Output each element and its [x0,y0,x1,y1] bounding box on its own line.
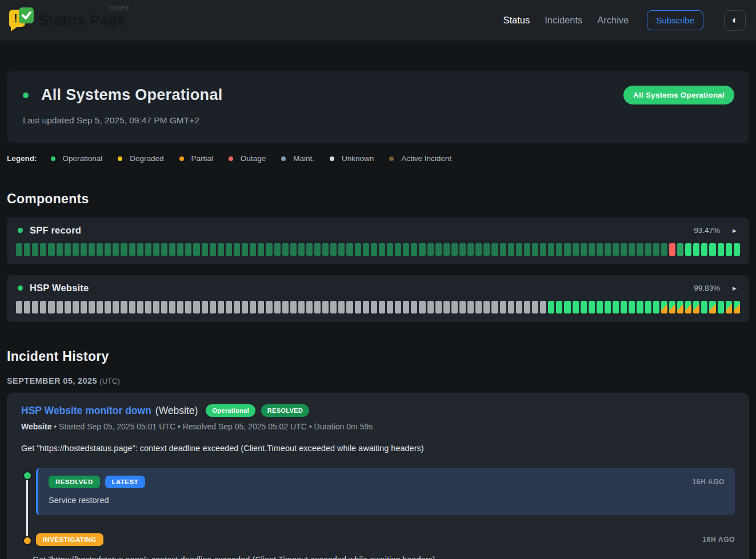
update-timestamp: 16H AGO [703,536,735,544]
uptime-bar [556,243,562,256]
expand-arrow-icon[interactable]: ▶ [733,285,737,291]
uptime-bar [637,301,643,313]
overall-status-title: All Systems Operational [41,86,223,104]
uptime-bar [605,301,611,313]
outage-dot [229,156,233,161]
update-timestamp: 16H AGO [693,478,725,486]
uptime-bar [346,243,353,256]
uptime-bar [266,243,272,256]
uptime-bar [467,301,474,313]
uptime-bar [613,301,619,313]
legend-item-partial: Partial [179,154,213,163]
uptime-bar [500,301,506,313]
brand-name: Status Page hosted [38,11,126,29]
incident-title-link[interactable]: HSP Website monitor down [21,405,151,417]
expand-arrow-icon[interactable]: ▶ [733,228,737,234]
uptime-bar [524,243,530,256]
component-row-spf-record[interactable]: SPF record 93.47% ▶ [16,225,740,236]
partial-dot [179,156,184,161]
uptime-bar [105,243,111,256]
uptime-bar [645,301,651,313]
legend-label: Legend: [7,154,37,163]
contrast-icon: ◐ [732,14,738,26]
uptime-bar [113,243,119,256]
uptime-bar [605,243,611,256]
uptime-bar [403,301,409,313]
uptime-bar [274,301,281,313]
uptime-bar [645,243,651,256]
uptime-bar [161,301,167,313]
uptime-bar [105,301,111,313]
uptime-bar [185,243,191,256]
incident-date-heading: SEPTEMBER 05, 2025 (UTC) [7,376,749,385]
uptime-bar [161,243,167,256]
timeline-update-investigating: INVESTIGATING 16H AGO Get "https://hoste… [23,533,735,559]
uptime-bar [403,243,409,256]
legend-item-maint: Maint. [281,154,314,163]
uptime-bar [411,243,417,256]
uptime-bar [395,243,401,256]
component-name: HSP Website [30,283,694,293]
uptime-bar [40,301,46,313]
nav-link-status[interactable]: Status [503,15,530,26]
uptime-bar [443,301,450,313]
uptime-bar [411,301,417,313]
uptime-bar [589,301,595,313]
uptime-bar [338,243,345,256]
uptime-bar [137,301,143,313]
uptime-bar [483,301,490,313]
uptime-bar [210,243,216,256]
uptime-bar [363,243,369,256]
uptime-bar [548,243,554,256]
component-card-hsp-website: HSP Website 99.83% ▶ [7,275,749,322]
maint-dot [281,156,286,161]
uptime-bar [621,243,627,256]
uptime-bar [661,301,667,313]
uptime-bar [637,243,643,256]
subscribe-button[interactable]: Subscribe [647,10,703,30]
nav-link-archive[interactable]: Archive [597,15,629,26]
nav-link-incidents[interactable]: Incidents [545,15,582,26]
component-row-hsp-website[interactable]: HSP Website 99.83% ▶ [16,283,740,293]
uptime-bar [242,301,248,313]
uptime-bars [16,243,740,256]
uptime-bar [669,243,675,256]
uptime-bar [363,301,369,313]
uptime-bar [57,301,63,313]
uptime-bar [290,243,297,256]
uptime-bar [500,243,506,256]
uptime-bar [726,301,732,313]
uptime-bar [298,301,305,313]
update-message: Service restored [49,496,725,505]
uptime-bar [202,243,208,256]
update-message: Get "https://hostedstatus.page": context… [33,555,735,559]
incident-resolved-badge: RESOLVED [261,404,309,417]
uptime-bar [516,301,522,313]
uptime-bar [427,301,434,313]
theme-toggle-button[interactable]: ◐ [724,10,746,31]
uptime-bar [701,301,707,313]
uptime-bar [734,243,740,256]
uptime-bar [121,301,127,313]
resolved-pill: RESOLVED [49,476,100,488]
uptime-bar [346,301,353,313]
uptime-bar [701,243,707,256]
uptime-bar [226,301,232,313]
uptime-bar [129,243,135,256]
timezone-suffix: (UTC) [99,377,119,385]
uptime-bar [177,301,183,313]
uptime-bar [218,243,224,256]
uptime-bar [330,243,337,256]
uptime-bar [226,243,232,256]
uptime-bar [459,301,466,313]
uptime-bar [250,301,256,313]
brand[interactable]: ! Status Page hosted [7,6,126,35]
uptime-bar [97,243,103,256]
uptime-bar [653,243,659,256]
uptime-bar [718,301,724,313]
uptime-bar [193,243,199,256]
uptime-bar [73,243,79,256]
uptime-bar [137,243,143,256]
uptime-bar [266,301,272,313]
uptime-bar [371,301,377,313]
